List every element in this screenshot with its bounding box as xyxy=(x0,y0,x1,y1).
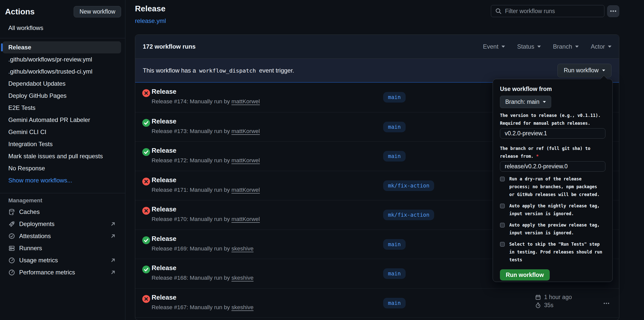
sidebar-item-usage-metrics[interactable]: Usage metrics xyxy=(0,254,125,266)
actions-sidebar: Actions New workflow All workflows Relea… xyxy=(0,0,125,320)
ref-input[interactable] xyxy=(500,161,605,172)
workflow-options-kebab-button[interactable] xyxy=(607,5,619,17)
cache-database-icon xyxy=(8,209,15,215)
status-filter-dropdown[interactable]: Status xyxy=(517,43,541,50)
branch-badge[interactable]: main xyxy=(383,151,406,162)
run-options-kebab-button[interactable] xyxy=(601,300,611,307)
sidebar-item-integration-tests[interactable]: Integration Tests xyxy=(3,138,121,150)
actor-filter-dropdown[interactable]: Actor xyxy=(591,43,611,50)
sidebar-item-release[interactable]: Release xyxy=(3,41,121,53)
event-filter-dropdown[interactable]: Event xyxy=(483,43,505,50)
run-title[interactable]: Release xyxy=(152,235,176,243)
external-link-icon xyxy=(110,221,116,227)
version-field-label: The version to release (e.g., v0.1.11). … xyxy=(500,112,605,127)
version-input[interactable] xyxy=(500,128,605,139)
run-status-icon xyxy=(142,266,150,273)
run-status-icon xyxy=(142,295,150,303)
show-more-workflows-link[interactable]: Show more workflows... xyxy=(3,174,121,186)
run-title[interactable]: Release xyxy=(152,147,176,154)
workflow-list: Release .github/workflows/pr-review.yml … xyxy=(0,38,125,186)
actor-link[interactable]: mattKorwel xyxy=(231,216,260,222)
sidebar-item-deployments[interactable]: Deployments xyxy=(0,218,125,230)
workflow-run-row[interactable]: Release Release #167: Manually run by sk… xyxy=(135,288,619,318)
sidebar-item-deploy-github-pages[interactable]: Deploy GitHub Pages xyxy=(3,90,121,102)
run-title[interactable]: Release xyxy=(152,205,176,213)
run-status-icon xyxy=(142,119,150,127)
calendar-icon xyxy=(535,294,541,300)
branch-badge[interactable]: main xyxy=(383,92,406,103)
workflow-dispatch-code: workflow_dispatch xyxy=(198,68,257,74)
sidebar-item-pr-review[interactable]: .github/workflows/pr-review.yml xyxy=(3,53,121,66)
run-status-icon xyxy=(142,89,150,97)
sidebar-item-attestations[interactable]: Attestations xyxy=(0,230,125,242)
run-title[interactable]: Release xyxy=(152,176,176,184)
run-status-icon xyxy=(142,207,150,215)
workflow-file-link[interactable]: release.yml xyxy=(135,17,166,24)
chevron-down-icon xyxy=(537,46,541,48)
selected-accent-bar xyxy=(1,43,3,51)
actor-link[interactable]: mattKorwel xyxy=(231,128,260,134)
page-title: Release xyxy=(135,4,166,13)
sidebar-item-no-response[interactable]: No Response xyxy=(3,162,121,174)
run-subtitle: Release #174: Manually run by mattKorwel xyxy=(152,98,260,105)
external-link-icon xyxy=(110,257,116,263)
actor-link[interactable]: skeshive xyxy=(231,304,254,310)
branch-badge[interactable]: mk/fix-action xyxy=(383,210,434,220)
run-title[interactable]: Release xyxy=(152,294,176,301)
verified-badge-icon xyxy=(8,233,15,240)
run-status-icon xyxy=(142,178,150,185)
filter-workflow-runs-box xyxy=(491,5,604,17)
sidebar-item-e2e-tests[interactable]: E2E Tests xyxy=(3,102,121,114)
branch-badge[interactable]: main xyxy=(383,268,406,279)
branch-badge[interactable]: main xyxy=(383,298,406,308)
actor-link[interactable]: skeshive xyxy=(231,275,254,281)
banner-text: This workflow has a workflow_dispatch ev… xyxy=(143,67,294,74)
new-workflow-button[interactable]: New workflow xyxy=(74,6,121,17)
chevron-down-icon xyxy=(575,46,579,48)
sidebar-item-runners[interactable]: Runners xyxy=(0,242,125,254)
branch-badge[interactable]: main xyxy=(383,239,406,250)
actor-link[interactable]: mattKorwel xyxy=(231,98,260,105)
branch-badge[interactable]: mk/fix-action xyxy=(383,180,434,191)
external-link-icon xyxy=(110,233,116,239)
run-subtitle: Release #169: Manually run by skeshive xyxy=(152,245,254,252)
preview-tag-checkbox-row: Auto apply the preview release tag, inpu… xyxy=(500,221,605,237)
actor-link[interactable]: skeshive xyxy=(231,245,254,252)
skip-tests-checkbox-row: Select to skip the "Run Tests" step in t… xyxy=(500,240,605,264)
sidebar-item-performance-metrics[interactable]: Performance metrics xyxy=(0,266,125,278)
run-subtitle: Release #172: Manually run by mattKorwel xyxy=(152,157,260,164)
checkbox-label: Select to skip the "Run Tests" step in t… xyxy=(509,240,605,264)
run-workflow-submit-button[interactable]: Run workflow xyxy=(500,269,550,280)
run-status-icon xyxy=(142,148,150,156)
stopwatch-icon xyxy=(535,302,541,308)
run-subtitle: Release #171: Manually run by mattKorwel xyxy=(152,187,260,193)
run-title[interactable]: Release xyxy=(152,117,176,125)
chevron-down-icon xyxy=(608,46,611,48)
run-subtitle: Release #168: Manually run by skeshive xyxy=(152,275,254,281)
run-title[interactable]: Release xyxy=(152,88,176,95)
actor-link[interactable]: mattKorwel xyxy=(231,187,260,193)
skip-tests-checkbox[interactable] xyxy=(500,242,505,247)
run-title[interactable]: Release xyxy=(152,264,176,272)
sidebar-item-gemini-cli-ci[interactable]: Gemini CLI CI xyxy=(3,126,121,138)
sidebar-item-caches[interactable]: Caches xyxy=(0,206,125,218)
sidebar-item-gemini-automated-pr-labeler[interactable]: Gemini Automated PR Labeler xyxy=(3,114,121,126)
filter-workflow-runs-input[interactable] xyxy=(505,8,600,15)
dry-run-checkbox[interactable] xyxy=(500,177,505,181)
dry-run-checkbox-row: Run a dry-run of the release process; no… xyxy=(500,175,605,199)
nightly-tag-checkbox[interactable] xyxy=(500,204,505,208)
sidebar-item-mark-stale[interactable]: Mark stale issues and pull requests xyxy=(3,150,121,162)
checkbox-label: Run a dry-run of the release process; no… xyxy=(509,175,605,199)
actor-link[interactable]: mattKorwel xyxy=(231,157,260,164)
sidebar-item-trusted-ci[interactable]: .github/workflows/trusted-ci.yml xyxy=(3,66,121,78)
panel-title: Use workflow from xyxy=(500,86,605,92)
required-asterisk: * xyxy=(536,154,539,159)
all-workflows-link[interactable]: All workflows xyxy=(8,24,43,31)
nightly-tag-checkbox-row: Auto apply the nightly release tag, inpu… xyxy=(500,202,605,218)
run-workflow-dropdown-button[interactable]: Run workflow xyxy=(557,64,611,77)
branch-badge[interactable]: main xyxy=(383,122,406,132)
branch-select-button[interactable]: Branch: main xyxy=(500,96,551,108)
sidebar-item-dependabot-updates[interactable]: Dependabot Updates xyxy=(3,78,121,90)
preview-tag-checkbox[interactable] xyxy=(500,223,505,228)
branch-filter-dropdown[interactable]: Branch xyxy=(553,43,579,50)
